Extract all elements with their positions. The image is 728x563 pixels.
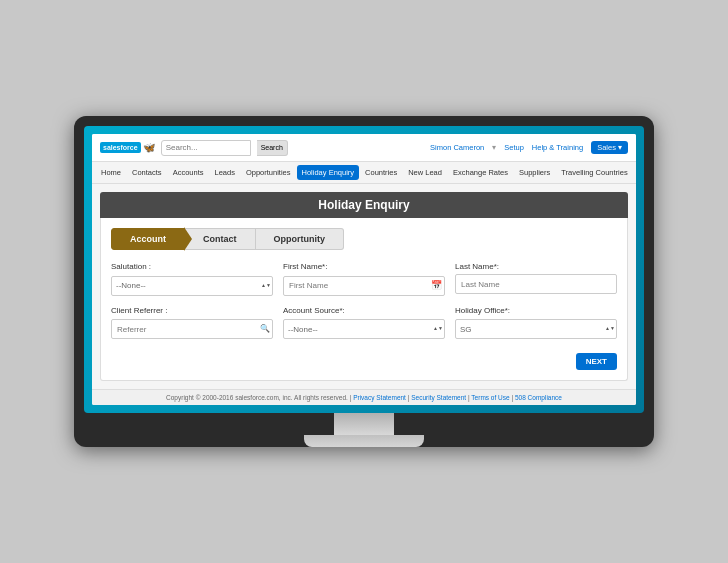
lastname-group: Last Name*: — [455, 262, 617, 296]
client-referrer-label: Client Referrer : — [111, 306, 273, 315]
salutation-group: Salutation : --None-- ▲▼ — [111, 262, 273, 296]
topbar: salesforce 🦋 Search Simon Cameron ▾ Setu… — [92, 134, 636, 162]
nav-activities[interactable]: Activities — [634, 165, 636, 180]
tab-opportunity[interactable]: Opportunity — [256, 228, 345, 250]
help-link[interactable]: Help & Training — [532, 143, 583, 152]
monitor: salesforce 🦋 Search Simon Cameron ▾ Setu… — [74, 116, 654, 447]
form-row-1: Salutation : --None-- ▲▼ First Name*: — [111, 262, 617, 296]
nav-suppliers[interactable]: Suppliers — [514, 165, 555, 180]
tab-account[interactable]: Account — [111, 228, 185, 250]
firstname-label: First Name*: — [283, 262, 445, 271]
firstname-wrapper: 📅 — [283, 274, 445, 296]
logo-text: salesforce — [100, 142, 141, 153]
button-row: NEXT — [111, 349, 617, 370]
tab-bar: Account Contact Opportunity — [111, 228, 617, 250]
salutation-select[interactable]: --None-- — [111, 276, 273, 296]
form-row-2: Client Referrer : 🔍 Account Source*: — [111, 306, 617, 340]
main-content: Holiday Enquiry Account Contact Opportun… — [92, 184, 636, 389]
next-button[interactable]: NEXT — [576, 353, 617, 370]
stand-base — [304, 435, 424, 447]
salutation-select-wrapper: --None-- ▲▼ — [111, 274, 273, 296]
security-link[interactable]: Security Statement — [411, 394, 466, 401]
terms-link[interactable]: Terms of Use — [471, 394, 509, 401]
footer-text: Copyright © 2000-2016 salesforce.com, in… — [166, 394, 353, 401]
search-input[interactable] — [161, 140, 251, 156]
monitor-stand — [84, 413, 644, 447]
page-title: Holiday Enquiry — [100, 192, 628, 218]
nav-new-lead[interactable]: New Lead — [403, 165, 447, 180]
privacy-link[interactable]: Privacy Statement — [353, 394, 406, 401]
topbar-right: Simon Cameron ▾ Setup Help & Training Sa… — [430, 141, 628, 154]
client-referrer-wrapper: 🔍 — [111, 318, 273, 340]
butterfly-icon: 🦋 — [143, 142, 155, 153]
salesforce-logo: salesforce 🦋 — [100, 142, 155, 153]
navbar: Home Contacts Accounts Leads Opportuniti… — [92, 162, 636, 184]
lastname-label: Last Name*: — [455, 262, 617, 271]
form-container: Account Contact Opportunity Salutation :… — [100, 218, 628, 381]
holiday-office-select[interactable]: SG — [455, 319, 617, 339]
screen-background: salesforce 🦋 Search Simon Cameron ▾ Setu… — [84, 126, 644, 413]
sales-button[interactable]: Sales ▾ — [591, 141, 628, 154]
nav-countries[interactable]: Countries — [360, 165, 402, 180]
nav-leads[interactable]: Leads — [209, 165, 239, 180]
holiday-office-select-wrapper: SG ▲▼ — [455, 318, 617, 340]
screen-inner: salesforce 🦋 Search Simon Cameron ▾ Setu… — [92, 134, 636, 405]
stand-neck — [334, 413, 394, 435]
lastname-input[interactable] — [455, 274, 617, 294]
holiday-office-label: Holiday Office*: — [455, 306, 617, 315]
nav-travelling[interactable]: Travelling Countries — [556, 165, 632, 180]
monitor-screen: salesforce 🦋 Search Simon Cameron ▾ Setu… — [84, 126, 644, 413]
nav-home[interactable]: Home — [96, 165, 126, 180]
client-referrer-input[interactable] — [111, 319, 273, 339]
account-source-select[interactable]: --None-- — [283, 319, 445, 339]
firstname-input[interactable] — [283, 276, 445, 296]
search-button[interactable]: Search — [257, 140, 288, 156]
client-referrer-group: Client Referrer : 🔍 — [111, 306, 273, 340]
nav-holiday-enquiry[interactable]: Holiday Enquiry — [297, 165, 360, 180]
tab-contact[interactable]: Contact — [185, 228, 256, 250]
nav-opportunities[interactable]: Opportunities — [241, 165, 296, 180]
setup-link[interactable]: Setup — [504, 143, 524, 152]
nav-exchange-rates[interactable]: Exchange Rates — [448, 165, 513, 180]
footer: Copyright © 2000-2016 salesforce.com, in… — [92, 389, 636, 405]
holiday-office-group: Holiday Office*: SG ▲▼ — [455, 306, 617, 340]
nav-accounts[interactable]: Accounts — [168, 165, 209, 180]
salutation-label: Salutation : — [111, 262, 273, 271]
nav-contacts[interactable]: Contacts — [127, 165, 167, 180]
user-menu[interactable]: Simon Cameron — [430, 143, 484, 152]
compliance-link[interactable]: 508 Compliance — [515, 394, 562, 401]
account-source-select-wrapper: --None-- ▲▼ — [283, 318, 445, 340]
account-source-group: Account Source*: --None-- ▲▼ — [283, 306, 445, 340]
search-icon: 🔍 — [260, 324, 270, 333]
calendar-icon: 📅 — [431, 280, 442, 290]
account-source-label: Account Source*: — [283, 306, 445, 315]
firstname-group: First Name*: 📅 — [283, 262, 445, 296]
